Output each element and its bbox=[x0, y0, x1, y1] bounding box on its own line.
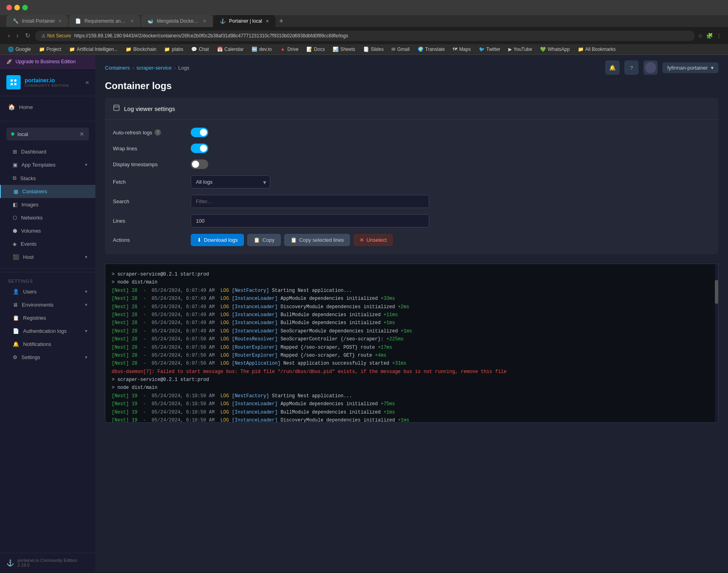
user-avatar-button[interactable] bbox=[643, 60, 658, 75]
bookmark-whatsapp[interactable]: 💚WhatsApp bbox=[538, 46, 571, 53]
sidebar-collapse-button[interactable]: « bbox=[85, 79, 89, 86]
sidebar-item-authentication-logs[interactable]: 📄 Authentication logs ▾ bbox=[0, 324, 95, 338]
fetch-select[interactable]: All logs Last 100 lines Last 1000 lines bbox=[191, 175, 270, 188]
breadcrumb-scraper-service[interactable]: scraper-service bbox=[136, 65, 172, 71]
user-menu[interactable]: fyfirman-portainer ▾ bbox=[662, 62, 718, 73]
bookmark-twitter[interactable]: 🐦Twitter bbox=[477, 46, 502, 53]
maximize-window-button[interactable] bbox=[22, 5, 28, 10]
unselect-button[interactable]: ✕ Unselect bbox=[353, 234, 393, 246]
download-logs-button[interactable]: ⬇ Download logs bbox=[191, 234, 244, 246]
home-nav-section: 🏠 Home bbox=[0, 96, 95, 118]
bookmark-maps[interactable]: 🗺Maps bbox=[451, 46, 472, 53]
bookmark-blockchain[interactable]: 📁Blockchain bbox=[124, 46, 158, 53]
unselect-icon: ✕ bbox=[360, 237, 364, 243]
settings-card-icon bbox=[113, 104, 120, 113]
sidebar-item-settings[interactable]: ⚙ Settings ▾ bbox=[0, 351, 95, 364]
volumes-icon: ⬢ bbox=[13, 228, 17, 234]
breadcrumb-bar: Containers › scraper-service › Logs 🔔 ? … bbox=[95, 55, 728, 80]
bookmark-all[interactable]: 📁All Bookmarks bbox=[576, 46, 618, 53]
sidebar-item-networks[interactable]: ⬡ Networks bbox=[0, 211, 95, 224]
tab-mengelola[interactable]: 🐋 Mengelola Docker Container... ✕ bbox=[141, 15, 213, 27]
notifications-button[interactable]: 🔔 bbox=[605, 60, 620, 75]
sidebar-item-notifications[interactable]: 🔔 Notifications bbox=[0, 338, 95, 351]
events-icon: ◈ bbox=[13, 241, 17, 247]
tab-close-icon[interactable]: ✕ bbox=[130, 19, 134, 24]
bookmark-youtube[interactable]: ▶YouTube bbox=[507, 46, 534, 53]
log-line: > node dist/main bbox=[112, 278, 712, 286]
search-label: Search bbox=[113, 198, 184, 204]
sidebar-item-users-label: Users bbox=[23, 289, 37, 295]
log-line: [Nest] 28 - 05/24/2024, 6:07:49 AM LOG [… bbox=[112, 327, 712, 335]
tab-close-icon[interactable]: ✕ bbox=[203, 19, 206, 24]
search-input[interactable] bbox=[191, 195, 429, 208]
home-icon: 🏠 bbox=[8, 103, 15, 111]
copy-selected-lines-button[interactable]: 📋 Copy selected lines bbox=[284, 234, 350, 246]
sidebar-item-images[interactable]: ◧ Images bbox=[0, 198, 95, 211]
upgrade-banner[interactable]: 🚀 Upgrade to Business Edition bbox=[0, 55, 95, 69]
bookmark-ai[interactable]: 📁Artificial Intelligen... bbox=[68, 46, 119, 53]
extensions-icon[interactable]: 🧩 bbox=[706, 33, 713, 39]
bookmark-gmail[interactable]: ✉Gmail bbox=[390, 46, 411, 53]
actions-row: Actions ⬇ Download logs 📋 Copy 📋 Copy bbox=[113, 234, 711, 246]
bookmark-plabs[interactable]: 📁plabs bbox=[163, 46, 185, 53]
sidebar-item-users[interactable]: 👤 Users ▾ bbox=[0, 285, 95, 298]
endpoint-close-icon[interactable]: ✕ bbox=[79, 131, 84, 137]
forward-button[interactable]: › bbox=[15, 31, 20, 41]
sidebar-item-containers-label: Containers bbox=[22, 188, 47, 194]
bookmark-calendar[interactable]: 📅Calendar bbox=[215, 46, 246, 53]
menu-icon[interactable]: ⋮ bbox=[716, 33, 722, 39]
display-timestamps-toggle[interactable] bbox=[191, 159, 208, 169]
sidebar-item-images-label: Images bbox=[21, 202, 39, 208]
wrap-lines-toggle[interactable] bbox=[191, 144, 208, 153]
bookmark-docs[interactable]: 📝Docs bbox=[305, 46, 326, 53]
bookmark-google[interactable]: 🌐Google bbox=[6, 46, 33, 53]
tab-favicon: ⚓ bbox=[220, 18, 226, 24]
host-icon: ⬛ bbox=[13, 254, 19, 260]
sidebar-item-containers[interactable]: ▦ Containers bbox=[0, 185, 95, 198]
close-window-button[interactable] bbox=[6, 5, 12, 10]
sidebar-item-dashboard[interactable]: ⊞ Dashboard bbox=[0, 145, 95, 158]
sidebar-item-host[interactable]: ⬛ Host ▾ bbox=[0, 251, 95, 264]
back-button[interactable]: ‹ bbox=[6, 31, 12, 41]
sidebar-item-volumes[interactable]: ⬢ Volumes bbox=[0, 224, 95, 237]
breadcrumb-containers[interactable]: Containers bbox=[105, 65, 130, 71]
help-button[interactable]: ? bbox=[624, 60, 639, 75]
log-line: [Nest] 28 - 05/24/2024, 6:07:49 AM LOG [… bbox=[112, 287, 712, 295]
bookmark-slides[interactable]: 📑Slides bbox=[362, 46, 385, 53]
tab-install-portainer[interactable]: 🔧 Install Portainer ✕ bbox=[6, 15, 68, 27]
log-output[interactable]: > scraper-service@0.2.1 start:prod > nod… bbox=[105, 264, 718, 423]
sidebar-item-stacks[interactable]: ⧉ Stacks bbox=[0, 171, 95, 185]
log-scrollbar[interactable] bbox=[715, 264, 718, 422]
bookmark-translate[interactable]: 🌍Translate bbox=[416, 46, 447, 53]
sidebar-item-registries[interactable]: 📋 Registries bbox=[0, 311, 95, 324]
reload-button[interactable]: ↻ bbox=[23, 30, 32, 41]
lines-input[interactable]: 100 bbox=[191, 214, 429, 227]
host-expand-icon: ▾ bbox=[85, 254, 87, 260]
log-scrollbar-thumb[interactable] bbox=[715, 280, 718, 304]
sidebar-item-app-templates[interactable]: ▣ App Templates ▾ bbox=[0, 158, 95, 171]
bookmark-chat[interactable]: 💬Chat bbox=[190, 46, 210, 53]
bookmark-drive[interactable]: 🔺Drive bbox=[278, 46, 300, 53]
sidebar-item-host-label: Host bbox=[23, 254, 34, 260]
bookmark-sheets[interactable]: 📊Sheets bbox=[331, 46, 356, 53]
tab-portainer[interactable]: ⚓ Portainer | local ✕ bbox=[213, 15, 275, 27]
tab-close-icon[interactable]: ✕ bbox=[265, 19, 269, 24]
containers-icon: ▦ bbox=[14, 188, 18, 194]
endpoint-name: local bbox=[17, 131, 28, 137]
bookmark-devto[interactable]: 🔤dev.to bbox=[250, 46, 273, 53]
bookmark-project[interactable]: 📁Project bbox=[37, 46, 63, 53]
new-tab-button[interactable]: + bbox=[276, 16, 287, 27]
sidebar-item-events[interactable]: ◈ Events bbox=[0, 237, 95, 251]
sidebar-item-home[interactable]: 🏠 Home bbox=[0, 99, 95, 115]
sidebar-item-environments[interactable]: 🖥 Environments ▾ bbox=[0, 298, 95, 311]
tab-close-icon[interactable]: ✕ bbox=[58, 19, 62, 24]
sidebar-item-volumes-label: Volumes bbox=[21, 228, 41, 234]
copy-button[interactable]: 📋 Copy bbox=[247, 234, 281, 246]
auto-refresh-help-icon[interactable]: ? bbox=[155, 129, 161, 136]
endpoint-item-local[interactable]: local ✕ bbox=[6, 128, 89, 140]
tab-requirements[interactable]: 📄 Requirements and prerequis... ✕ bbox=[69, 15, 140, 27]
address-bar[interactable]: ⚠ Not Secure https://159.89.196.190:9443… bbox=[35, 31, 695, 41]
minimize-window-button[interactable] bbox=[14, 5, 20, 10]
bookmark-icon[interactable]: ☆ bbox=[698, 33, 703, 39]
auto-refresh-toggle[interactable] bbox=[191, 128, 208, 137]
